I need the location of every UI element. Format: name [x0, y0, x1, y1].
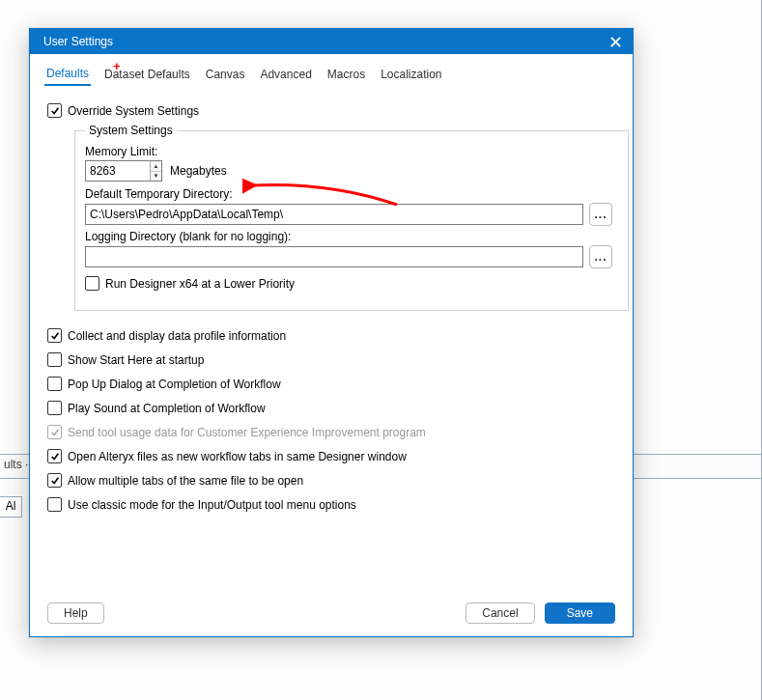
dialog-footer: Help Cancel Save: [30, 590, 633, 636]
temp-dir-label: Default Temporary Directory:: [85, 187, 618, 201]
close-icon: [610, 37, 621, 47]
tab-dataset-defaults[interactable]: Dataset Defaults: [102, 68, 192, 85]
tab-advanced[interactable]: Advanced: [258, 68, 313, 85]
opt-open-new-tabs-label: Open Alteryx files as new workflow tabs …: [68, 450, 407, 463]
close-button[interactable]: [606, 32, 625, 51]
memory-limit-down[interactable]: ▼: [151, 172, 161, 182]
system-settings-group: System Settings Memory Limit: ▲ ▼ Megaby…: [74, 124, 629, 311]
log-dir-input[interactable]: [85, 246, 583, 267]
log-dir-label: Logging Directory (blank for no logging)…: [85, 230, 618, 243]
tab-macros[interactable]: Macros: [325, 68, 367, 85]
tab-localization[interactable]: Localization: [379, 68, 443, 85]
memory-limit-unit: Megabytes: [170, 164, 227, 178]
dialog-title: User Settings: [43, 35, 113, 48]
system-settings-legend: System Settings: [85, 124, 177, 137]
opt-popup-complete-label: Pop Up Dialog at Completion of Workflow: [68, 378, 281, 391]
cancel-button[interactable]: Cancel: [466, 602, 534, 624]
temp-dir-browse-button[interactable]: ...: [589, 203, 612, 226]
options-list: Collect and display data profile informa…: [47, 328, 615, 512]
opt-popup-complete-checkbox[interactable]: [47, 377, 62, 391]
bg-results-label: ults ·: [4, 458, 28, 471]
run-lower-priority-checkbox[interactable]: [85, 276, 99, 291]
override-system-settings-label: Override System Settings: [68, 104, 199, 118]
memory-limit-spinner: ▲ ▼: [85, 160, 162, 182]
opt-classic-mode-label: Use classic mode for the Input/Output to…: [68, 498, 356, 512]
temp-dir-input[interactable]: [85, 204, 583, 225]
run-lower-priority-label: Run Designer x64 at a Lower Priority: [105, 277, 295, 291]
opt-open-new-tabs-checkbox[interactable]: [47, 449, 62, 463]
log-dir-browse-button[interactable]: ...: [589, 245, 612, 268]
opt-show-start-checkbox[interactable]: [47, 352, 62, 367]
opt-send-usage-checkbox: [47, 425, 62, 439]
titlebar: User Settings: [30, 29, 633, 54]
opt-play-sound-checkbox[interactable]: [47, 401, 62, 415]
memory-limit-input[interactable]: [86, 161, 150, 181]
tab-defaults[interactable]: Defaults: [44, 67, 91, 86]
bg-tab-al[interactable]: Al: [0, 496, 22, 518]
tab-canvas[interactable]: Canvas: [204, 68, 247, 85]
user-settings-dialog: User Settings Defaults Dataset Defaults …: [29, 28, 634, 637]
help-button[interactable]: Help: [47, 602, 104, 624]
memory-limit-up[interactable]: ▲: [151, 161, 161, 172]
opt-classic-mode-checkbox[interactable]: [47, 497, 62, 512]
opt-play-sound-label: Play Sound at Completion of Workflow: [68, 402, 266, 415]
opt-collect-profile-checkbox[interactable]: [47, 328, 62, 343]
opt-show-start-label: Show Start Here at startup: [68, 353, 204, 367]
memory-limit-label: Memory Limit:: [85, 145, 618, 158]
opt-allow-multiple-tabs-checkbox[interactable]: [47, 473, 62, 488]
tabs-bar: Defaults Dataset Defaults Canvas Advance…: [30, 54, 633, 86]
save-button[interactable]: Save: [545, 602, 615, 624]
opt-send-usage-label: Send tool usage data for Customer Experi…: [68, 426, 426, 439]
override-system-settings-checkbox[interactable]: [47, 103, 62, 118]
opt-collect-profile-label: Collect and display data profile informa…: [68, 329, 286, 343]
opt-allow-multiple-tabs-label: Allow multiple tabs of the same file to …: [68, 474, 303, 488]
